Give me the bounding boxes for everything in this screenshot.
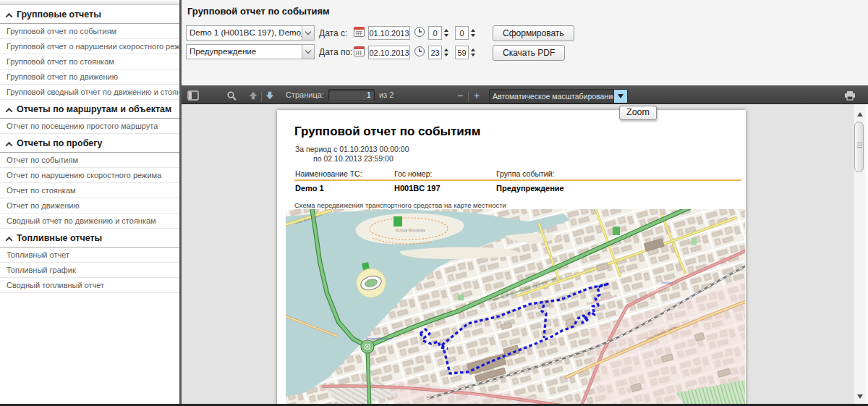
- step-up-icon[interactable]: [444, 48, 448, 51]
- hour-to-value: 23: [428, 46, 442, 59]
- minute-to-value: 59: [455, 46, 469, 59]
- sidebar-item-simple-route-report[interactable]: Отчет по посещению простого маршрута: [0, 119, 179, 134]
- step-up-icon[interactable]: [471, 48, 475, 51]
- map-label-bridge: Коммунальный мост: [366, 337, 393, 340]
- sidebar-item-movement-report[interactable]: Отчет по движению: [0, 198, 179, 213]
- map-park: [393, 216, 402, 227]
- collapse-icon: [6, 142, 13, 149]
- reports-sidebar: Групповые отчеты Групповой отчет по собы…: [0, 0, 179, 406]
- collapse-icon: [6, 13, 13, 20]
- page-title: Групповой отчет по событиям: [187, 6, 330, 17]
- step-down-icon[interactable]: [444, 34, 448, 37]
- collapse-icon: [6, 237, 13, 244]
- page-number-input[interactable]: [328, 89, 375, 101]
- sidebar-item-fuel-report[interactable]: Топливный отчет: [0, 248, 179, 263]
- sidebar-item-group-movement-report[interactable]: Групповой отчет по движению: [0, 69, 179, 85]
- chevron-down-icon[interactable]: [302, 26, 314, 40]
- sidebar-item-group-events-report[interactable]: Групповой отчет по событиям: [0, 24, 179, 39]
- sidebar-item-parking-report[interactable]: Отчет по стоянкам: [0, 183, 179, 198]
- sidebar-item-group-speeding-report[interactable]: Групповой отчет о нарушении скоростного …: [0, 39, 179, 54]
- column-vehicle-name: Наименование ТС:: [295, 169, 362, 178]
- sidebar-item-group-summary-report[interactable]: Групповой сводный отчет по движению и ст…: [0, 85, 179, 100]
- sidebar-group-title: Отчеты по маршрутам и объектам: [17, 104, 171, 114]
- sidebar-group-title: Отчеты по пробегу: [17, 138, 102, 148]
- clock-icon[interactable]: [414, 46, 425, 56]
- sidebar-item-events-report[interactable]: Отчет по событиям: [0, 153, 179, 168]
- document-period-line2: по 02.10.2013 23:59:00: [313, 154, 393, 163]
- sidebar-group-title: Групповые отчеты: [17, 9, 101, 20]
- sidebar-group-title: Топливные отчеты: [17, 233, 102, 243]
- toggle-sidebar-icon[interactable]: [185, 88, 201, 103]
- viewer-right-edge: [865, 104, 868, 406]
- scrollbar-thumb[interactable]: [854, 122, 864, 172]
- zoom-tooltip: Zoom: [619, 106, 657, 120]
- vehicle-select[interactable]: Demo 1 (H001BC 197), Demo_I: [186, 25, 315, 41]
- step-up-icon[interactable]: [471, 29, 475, 32]
- search-icon[interactable]: [224, 88, 239, 103]
- clock-icon[interactable]: [414, 27, 425, 37]
- zoom-scale-select[interactable]: Автоматическое масштабирование: [489, 89, 628, 103]
- report-map-image: Остров Молокова Кировский район проспект…: [286, 209, 745, 406]
- event-select-value: Предупреждение: [187, 45, 302, 59]
- calendar-icon[interactable]: [354, 27, 365, 37]
- hour-to-stepper[interactable]: 23: [428, 46, 448, 59]
- main-panel: Групповой отчет по событиям Demo 1 (H001…: [182, 0, 868, 406]
- print-icon[interactable]: [842, 88, 858, 103]
- sidebar-group-fuel-reports[interactable]: Топливные отчеты: [0, 229, 179, 248]
- scroll-down-icon[interactable]: [854, 390, 866, 402]
- next-page-icon[interactable]: [262, 88, 278, 103]
- map-caption: Схема передвижения транспортного средств…: [294, 201, 506, 209]
- document-period-line1: За период с 01.10.2013 00:00:00: [295, 145, 409, 153]
- vehicle-select-value: Demo 1 (H001BC 197), Demo_I: [187, 26, 302, 40]
- chevron-down-icon[interactable]: [302, 45, 314, 59]
- zoom-in-icon[interactable]: +: [469, 88, 485, 103]
- sidebar-group-mileage-reports[interactable]: Отчеты по пробегу: [0, 134, 179, 153]
- sidebar-item-fuel-chart[interactable]: Топливный график: [0, 263, 179, 278]
- zoom-scale-value: Автоматическое масштабирование: [490, 92, 613, 101]
- map-label-island: Остров Молокова: [395, 228, 425, 232]
- sidebar-item-fuel-summary-report[interactable]: Сводный топливный отчет: [0, 278, 179, 293]
- sidebar-item-group-parking-report[interactable]: Групповой отчет по стоянкам: [0, 54, 179, 69]
- sidebar-item-speeding-report[interactable]: Отчет по нарушению скоростного режима: [0, 168, 179, 183]
- calendar-icon[interactable]: [354, 46, 365, 56]
- minute-from-value: 0: [455, 26, 469, 40]
- value-plate-number: H001BC 197: [394, 184, 441, 193]
- app-window: Групповые отчеты Групповой отчет по собы…: [0, 0, 868, 406]
- step-down-icon[interactable]: [471, 54, 475, 56]
- sidebar-top-strip: [0, 0, 179, 5]
- event-group-select[interactable]: Предупреждение: [186, 44, 315, 59]
- date-to-label: Дата по:: [319, 47, 352, 57]
- step-down-icon[interactable]: [444, 54, 448, 56]
- map-label-station: Злобино: [661, 281, 673, 284]
- generate-report-button[interactable]: Сформировать: [493, 25, 574, 41]
- value-event-group: Предупреждение: [496, 184, 564, 193]
- download-pdf-button[interactable]: Скачать PDF: [493, 45, 565, 61]
- sidebar-divider[interactable]: [179, 0, 182, 406]
- hour-from-value: 0: [428, 26, 442, 40]
- pdf-page: Групповой отчет по событиям За период с …: [277, 110, 746, 406]
- minute-to-stepper[interactable]: 59: [455, 46, 475, 59]
- scroll-up-icon[interactable]: [854, 108, 866, 120]
- document-title: Групповой отчет по событиям: [294, 124, 480, 139]
- sidebar-item-summary-movement-report[interactable]: Сводный отчет по движению и стоянкам: [0, 213, 179, 229]
- date-to-input[interactable]: 02.10.2013: [368, 46, 410, 59]
- column-event-group: Группа событий:: [496, 169, 554, 178]
- value-vehicle-name: Demo 1: [295, 184, 324, 193]
- date-from-input[interactable]: 01.10.2013: [368, 26, 410, 40]
- step-down-icon[interactable]: [471, 34, 475, 37]
- table-divider: [294, 179, 741, 181]
- date-from-label: Дата с:: [319, 28, 347, 38]
- pdf-toolbar: Страница: из 2 − + Автоматическое масшта…: [182, 85, 868, 104]
- sidebar-group-group-reports[interactable]: Групповые отчеты: [0, 5, 179, 24]
- step-up-icon[interactable]: [444, 29, 448, 32]
- chevron-down-icon[interactable]: [613, 90, 627, 103]
- minute-from-stepper[interactable]: 0: [455, 26, 475, 40]
- page-label: Страница:: [286, 90, 324, 99]
- sidebar-group-route-reports[interactable]: Отчеты по маршрутам и объектам: [0, 100, 179, 119]
- zoom-out-icon[interactable]: −: [452, 88, 468, 103]
- column-plate-number: Гос номер:: [394, 169, 432, 178]
- vertical-scrollbar[interactable]: [853, 104, 865, 406]
- pdf-viewer: Групповой отчет по событиям За период с …: [182, 104, 868, 406]
- hour-from-stepper[interactable]: 0: [428, 26, 448, 40]
- previous-page-icon[interactable]: [245, 88, 261, 103]
